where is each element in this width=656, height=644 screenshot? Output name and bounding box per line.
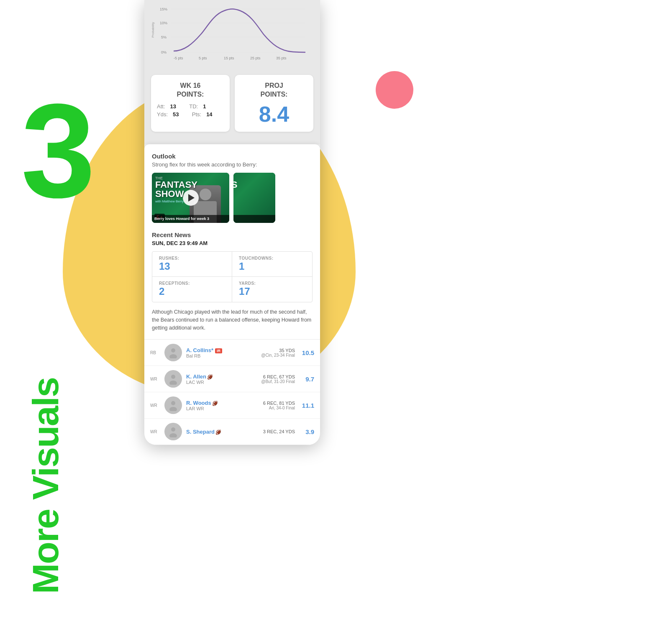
game-stats: 6 REC, 67 YDS bbox=[243, 374, 295, 379]
avatar-silhouette bbox=[167, 347, 179, 358]
video-row: THE FANTASY SHOW with Matthew Berry bbox=[152, 173, 313, 223]
player-game-info: 6 REC, 81 YDS Ari, 34-0 Final bbox=[243, 401, 295, 410]
touchdowns-cell: TOUCHDOWNS: 1 bbox=[232, 252, 312, 277]
outlook-subtitle: Strong flex for this week according to B… bbox=[152, 161, 313, 168]
player-name-link[interactable]: A. Collins* bbox=[186, 347, 213, 353]
svg-point-18 bbox=[169, 407, 177, 411]
big-number-3: 3 bbox=[21, 84, 95, 217]
svg-text:35 pts: 35 pts bbox=[276, 56, 287, 60]
touchdowns-value: 1 bbox=[239, 261, 305, 273]
player-avatar bbox=[164, 423, 182, 440]
game-result: @Buf, 31-20 Final bbox=[243, 379, 295, 384]
news-body: Although Chicago played with the lead fo… bbox=[152, 308, 313, 332]
wk-att-stat: Att: 13 TD: 1 bbox=[157, 103, 224, 110]
touchdowns-label: TOUCHDOWNS: bbox=[239, 256, 305, 261]
avatar-silhouette bbox=[167, 426, 179, 437]
svg-text:15 pts: 15 pts bbox=[224, 56, 234, 60]
white-card-section: Outlook Strong flex for this week accord… bbox=[144, 144, 320, 340]
yards-value: 17 bbox=[239, 286, 305, 298]
player-position: WR bbox=[150, 377, 160, 381]
points-cards-row: WK 16POINTS: Att: 13 TD: 1 Yds: 53 Pts: … bbox=[144, 71, 320, 136]
receptions-cell: RECEPTIONS: 2 bbox=[152, 277, 232, 302]
player-avatar bbox=[164, 396, 182, 414]
rushes-label: RUSHES: bbox=[159, 256, 225, 261]
svg-text:0%: 0% bbox=[161, 50, 167, 54]
svg-text:15%: 15% bbox=[160, 7, 167, 11]
more-visuals-label: More Visuals bbox=[24, 378, 67, 594]
proj-card-title: PROJPOINTS: bbox=[241, 82, 308, 99]
player-info: R. Woods🏈 LAR WR bbox=[186, 400, 238, 411]
avatar-silhouette bbox=[167, 373, 179, 385]
svg-point-13 bbox=[171, 348, 175, 353]
game-stats: 35 YDS bbox=[243, 348, 295, 353]
svg-text:5 pts: 5 pts bbox=[199, 56, 207, 60]
receptions-value: 2 bbox=[159, 286, 225, 298]
injury-badge: IR bbox=[215, 348, 222, 353]
rushes-cell: RUSHES: 13 bbox=[152, 252, 232, 277]
svg-text:-5 pts: -5 pts bbox=[174, 56, 183, 60]
svg-text:25 pts: 25 pts bbox=[250, 56, 261, 60]
player-position: RB bbox=[150, 350, 160, 355]
video-caption-1: Berry loves Howard for week 3 bbox=[152, 215, 229, 223]
rushes-value: 13 bbox=[159, 261, 225, 273]
player-name[interactable]: R. Woods🏈 bbox=[186, 400, 238, 406]
player-game-info: 3 REC, 24 YDS bbox=[243, 429, 295, 434]
recent-news-title: Recent News bbox=[152, 231, 313, 238]
player-score: 9.7 bbox=[299, 376, 314, 383]
game-stats: 6 REC, 81 YDS bbox=[243, 401, 295, 406]
player-name[interactable]: A. Collins*IR bbox=[186, 347, 238, 353]
svg-point-16 bbox=[169, 381, 177, 385]
game-result: Ari, 34-0 Final bbox=[243, 406, 295, 410]
chart-area: Probability 15% 10% 5% 0% -5 pts 5 pts 1… bbox=[144, 0, 320, 71]
player-name-link[interactable]: K. Allen bbox=[186, 373, 206, 380]
svg-text:10%: 10% bbox=[160, 21, 167, 25]
player-position: WR bbox=[150, 429, 160, 434]
flag-icon: 🏈 bbox=[212, 401, 218, 406]
wk-points-card: WK 16POINTS: Att: 13 TD: 1 Yds: 53 Pts: … bbox=[151, 75, 230, 132]
player-avatar bbox=[164, 344, 182, 361]
wk-card-title: WK 16POINTS: bbox=[157, 82, 224, 99]
player-game-info: 6 REC, 67 YDS @Buf, 31-20 Final bbox=[243, 374, 295, 384]
svg-point-14 bbox=[169, 354, 177, 358]
player-row[interactable]: WR R. Woods🏈 LAR WR 6 REC, 81 YDS Ari, 3… bbox=[144, 392, 320, 419]
stats-section: Probability 15% 10% 5% 0% -5 pts 5 pts 1… bbox=[144, 0, 320, 144]
svg-point-19 bbox=[171, 427, 175, 432]
player-name[interactable]: K. Allen🏈 bbox=[186, 373, 238, 380]
avatar-silhouette bbox=[167, 399, 179, 411]
yards-label: YARDS: bbox=[239, 281, 305, 286]
news-date: SUN, DEC 23 9:49 AM bbox=[152, 240, 313, 246]
game-result: @Cin, 23-34 Final bbox=[243, 353, 295, 358]
wk-yds-stat: Yds: 53 Pts: 14 bbox=[157, 111, 224, 118]
player-row[interactable]: RB A. Collins*IR Bal RB 35 YDS @Cin, 23-… bbox=[144, 340, 320, 366]
player-info: S. Shepard🏈 bbox=[186, 429, 238, 435]
player-position: WR bbox=[150, 403, 160, 408]
player-name-link[interactable]: S. Shepard bbox=[186, 429, 215, 435]
news-stats-grid: RUSHES: 13 TOUCHDOWNS: 1 RECEPTIONS: 2 Y… bbox=[152, 251, 313, 303]
video-thumb-1[interactable]: THE FANTASY SHOW with Matthew Berry bbox=[152, 173, 229, 223]
player-row[interactable]: WR K. Allen🏈 LAC WR 6 REC, 67 YDS @Buf, … bbox=[144, 366, 320, 392]
player-avatar bbox=[164, 370, 182, 388]
video-caption-2: Berry lo... bbox=[233, 215, 275, 223]
video-thumb-2[interactable]: THE FANTAS SHOW E+ Berry lo... bbox=[233, 173, 275, 223]
player-list: RB A. Collins*IR Bal RB 35 YDS @Cin, 23-… bbox=[144, 339, 320, 445]
player-score: 10.5 bbox=[299, 349, 314, 356]
receptions-label: RECEPTIONS: bbox=[159, 281, 225, 286]
svg-point-17 bbox=[171, 401, 175, 405]
pink-circle-decoration bbox=[376, 71, 413, 109]
svg-point-20 bbox=[169, 433, 177, 437]
flag-icon: 🏈 bbox=[215, 429, 221, 434]
player-team: LAR WR bbox=[186, 406, 238, 411]
player-name[interactable]: S. Shepard🏈 bbox=[186, 429, 238, 435]
phone-container: Probability 15% 10% 5% 0% -5 pts 5 pts 1… bbox=[144, 0, 320, 445]
player-team: LAC WR bbox=[186, 380, 238, 385]
player-info: K. Allen🏈 LAC WR bbox=[186, 373, 238, 385]
proj-points-card: PROJPOINTS: 8.4 bbox=[235, 75, 313, 132]
recent-news-section: Recent News SUN, DEC 23 9:49 AM RUSHES: … bbox=[152, 231, 313, 332]
svg-point-15 bbox=[171, 375, 175, 379]
player-team: Bal RB bbox=[186, 353, 238, 358]
player-row[interactable]: WR S. Shepard🏈 3 REC, 24 YDS 3.9 bbox=[144, 419, 320, 445]
game-stats: 3 REC, 24 YDS bbox=[243, 429, 295, 434]
flag-icon: 🏈 bbox=[207, 374, 213, 379]
player-game-info: 35 YDS @Cin, 23-34 Final bbox=[243, 348, 295, 358]
player-name-link[interactable]: R. Woods bbox=[186, 400, 211, 406]
